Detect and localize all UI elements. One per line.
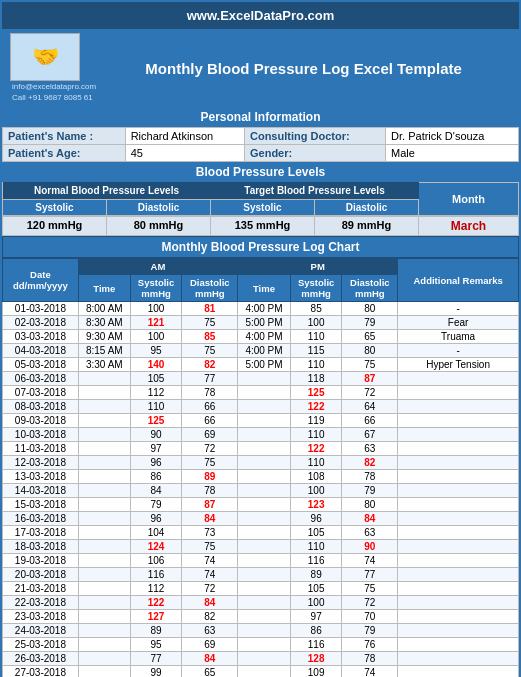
table-cell: 17-03-2018	[3, 526, 79, 540]
table-cell	[398, 610, 519, 624]
table-cell: 79	[342, 484, 398, 498]
table-cell: 08-03-2018	[3, 400, 79, 414]
table-cell: 04-03-2018	[3, 344, 79, 358]
table-cell	[78, 582, 130, 596]
table-cell: 72	[342, 386, 398, 400]
table-cell: 104	[130, 526, 182, 540]
table-cell: 89	[130, 624, 182, 638]
table-cell	[78, 624, 130, 638]
table-cell: 127	[130, 610, 182, 624]
table-cell: 78	[342, 470, 398, 484]
systolic-am-header: SystolicmmHg	[130, 275, 182, 302]
table-cell: 122	[290, 442, 342, 456]
table-cell	[238, 400, 291, 414]
table-cell	[78, 512, 130, 526]
table-cell: 105	[290, 582, 342, 596]
table-cell	[398, 428, 519, 442]
log-table: Date dd/mm/yyyy AM PM Additional Remarks…	[2, 258, 519, 677]
table-cell: 112	[130, 582, 182, 596]
table-cell	[238, 442, 291, 456]
table-cell	[398, 596, 519, 610]
table-cell: -	[398, 344, 519, 358]
table-cell: 72	[342, 596, 398, 610]
table-cell	[238, 666, 291, 677]
table-cell: 75	[342, 582, 398, 596]
table-cell: 77	[130, 652, 182, 666]
table-cell: 110	[290, 428, 342, 442]
name-value: Richard Atkinson	[125, 128, 244, 145]
table-cell	[78, 428, 130, 442]
table-cell: 13-03-2018	[3, 470, 79, 484]
table-cell: 76	[342, 638, 398, 652]
table-cell	[78, 666, 130, 677]
normal-systolic-label: Systolic	[3, 199, 107, 216]
table-cell: 20-03-2018	[3, 568, 79, 582]
table-cell: 5:00 PM	[238, 358, 291, 372]
gender-value: Male	[386, 145, 519, 162]
table-cell: 75	[182, 540, 238, 554]
table-cell: 74	[182, 568, 238, 582]
table-cell	[238, 470, 291, 484]
personal-info-table: Patient's Name : Richard Atkinson Consul…	[2, 127, 519, 162]
diastolic-am-header: DiastolicmmHg	[182, 275, 238, 302]
logo-box: 🤝	[10, 33, 80, 81]
table-cell	[398, 526, 519, 540]
table-cell: 74	[342, 554, 398, 568]
table-cell: 95	[130, 638, 182, 652]
systolic-pm-header: SystolicmmHg	[290, 275, 342, 302]
table-cell	[238, 484, 291, 498]
table-cell: 72	[182, 442, 238, 456]
table-cell	[78, 484, 130, 498]
table-cell	[78, 372, 130, 386]
table-cell: 100	[130, 302, 182, 316]
table-cell: 85	[290, 302, 342, 316]
table-cell: 69	[182, 638, 238, 652]
table-cell: 97	[130, 442, 182, 456]
table-cell	[238, 610, 291, 624]
table-cell: 84	[342, 512, 398, 526]
table-cell: 84	[182, 512, 238, 526]
table-cell: 78	[182, 484, 238, 498]
table-cell: 95	[130, 344, 182, 358]
doctor-value: Dr. Patrick D'souza	[386, 128, 519, 145]
table-cell: 4:00 PM	[238, 344, 291, 358]
table-cell: 80	[342, 344, 398, 358]
table-cell	[398, 624, 519, 638]
diastolic-pm-header: DiastolicmmHg	[342, 275, 398, 302]
table-cell: 11-03-2018	[3, 442, 79, 456]
normal-systolic-value: 120 mmHg	[3, 216, 107, 236]
table-cell: 77	[182, 372, 238, 386]
table-cell: 10-03-2018	[3, 428, 79, 442]
table-cell	[398, 652, 519, 666]
table-cell	[238, 386, 291, 400]
gender-label: Gender:	[244, 145, 385, 162]
time-pm-header: Time	[238, 275, 291, 302]
table-cell	[238, 498, 291, 512]
table-cell	[238, 652, 291, 666]
table-cell	[398, 484, 519, 498]
table-cell: 78	[182, 386, 238, 400]
table-cell: 119	[290, 414, 342, 428]
target-systolic-label: Systolic	[211, 199, 315, 216]
log-chart-section-header: Monthly Blood Pressure Log Chart	[2, 236, 519, 258]
table-cell	[238, 414, 291, 428]
date-header: Date dd/mm/yyyy	[3, 259, 79, 302]
table-cell	[78, 610, 130, 624]
table-cell: 14-03-2018	[3, 484, 79, 498]
table-cell: 110	[290, 358, 342, 372]
table-cell: 112	[130, 386, 182, 400]
table-cell: 82	[182, 358, 238, 372]
table-cell: 63	[182, 624, 238, 638]
table-cell	[238, 456, 291, 470]
table-cell: 122	[130, 596, 182, 610]
table-cell	[398, 568, 519, 582]
table-cell	[238, 526, 291, 540]
table-cell: 5:00 PM	[238, 316, 291, 330]
table-cell: 105	[290, 526, 342, 540]
table-cell: 03-03-2018	[3, 330, 79, 344]
table-cell: 19-03-2018	[3, 554, 79, 568]
table-cell: 90	[130, 428, 182, 442]
table-cell	[78, 638, 130, 652]
table-cell	[398, 554, 519, 568]
am-group-header: AM	[78, 259, 237, 275]
